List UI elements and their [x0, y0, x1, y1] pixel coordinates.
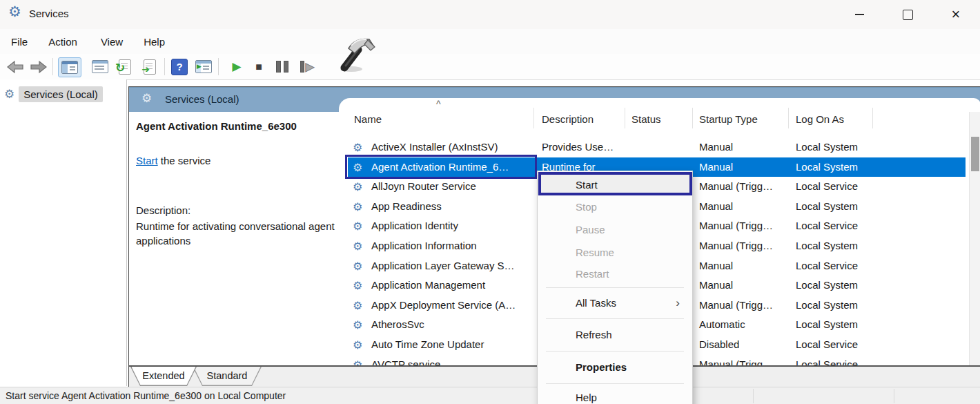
start-service-link[interactable]: Start [136, 155, 158, 166]
cell-name: Auto Time Zone Updater [371, 335, 484, 355]
cell-startup-type: Manual (Trigg… [699, 236, 773, 256]
tree-item-services-local[interactable]: ⚙ Services (Local) [4, 86, 103, 102]
menu-view[interactable]: View [99, 33, 124, 50]
toolbar-separator [164, 58, 165, 75]
start-service-line: Start the service [136, 155, 210, 166]
cell-name: AppX Deployment Service (A… [371, 296, 516, 316]
cell-startup-type: Manual [699, 137, 733, 157]
tab-standard[interactable]: Standard [193, 367, 262, 386]
forward-button[interactable] [29, 57, 48, 76]
cell-startup-type: Manual (Trigg… [699, 355, 773, 366]
scrollbar-thumb[interactable] [971, 137, 979, 171]
cell-log-on-as: Local Service [796, 335, 858, 355]
properties-toolbar-button[interactable] [90, 57, 110, 76]
description-label: Description: [136, 204, 190, 216]
column-header-description[interactable]: Description [542, 113, 594, 125]
menu-separator [546, 383, 684, 384]
title-bar: ⚙ Services × [0, 0, 980, 29]
cell-startup-type: Manual (Trigg… [699, 296, 773, 316]
cell-startup-type: Manual [699, 276, 733, 296]
forward-icon [30, 60, 48, 74]
cell-startup-type: Manual [699, 197, 733, 217]
toolbar: ↻ ➔ ? ▶ ▶ ■ ▶ [0, 54, 980, 80]
menu-file[interactable]: File [10, 33, 29, 50]
context-menu-item-restart: Restart [538, 264, 692, 285]
cell-log-on-as: Local System [796, 157, 858, 177]
column-separator[interactable] [533, 108, 534, 128]
column-separator[interactable] [788, 108, 789, 128]
cell-log-on-as: Local System [796, 197, 858, 217]
context-menu-item-resume: Resume [538, 241, 692, 264]
description-text: Runtime for activating conversational ag… [136, 219, 347, 249]
services-gear-icon: ⚙ [4, 88, 14, 100]
context-menu-item-start[interactable]: Start [538, 175, 692, 195]
toolbar-separator [218, 58, 219, 75]
vertical-scrollbar[interactable] [969, 112, 980, 366]
minimize-button[interactable] [843, 0, 875, 29]
show-console-tree-button[interactable] [58, 57, 81, 77]
show-action-pane-button[interactable]: ▶ [193, 57, 214, 76]
menu-help[interactable]: Help [142, 33, 166, 50]
service-gear-icon: ⚙ [353, 296, 362, 316]
restart-service-button[interactable]: ▶ [297, 57, 317, 76]
back-icon [6, 60, 24, 74]
context-menu-item-refresh[interactable]: Refresh [538, 322, 692, 348]
cell-startup-type: Manual [699, 256, 733, 276]
stop-service-button[interactable]: ■ [250, 57, 268, 76]
cell-log-on-as: Local Service [796, 256, 858, 276]
context-menu-item-help[interactable]: Help [538, 386, 692, 404]
back-button[interactable] [6, 57, 25, 76]
cell-description: Provides Use… [542, 137, 614, 157]
stop-service-icon: ■ [255, 61, 262, 73]
cell-name: AllJoyn Router Service [371, 177, 476, 197]
help-toolbar-button[interactable]: ? [170, 57, 189, 76]
status-bar-separator [753, 389, 754, 403]
table-row[interactable]: ⚙ActiveX Installer (AxInstSV)Provides Us… [348, 137, 966, 157]
service-gear-icon: ⚙ [353, 355, 362, 366]
start-service-button[interactable]: ▶ [228, 57, 246, 76]
pane-header-label: Services (Local) [165, 93, 239, 105]
action-pane-icon: ▶ [195, 60, 212, 73]
tree-item-label: Services (Local) [19, 86, 103, 102]
start-service-icon: ▶ [232, 61, 241, 73]
services-window: { "window": { "title": "Services", "stat… [0, 0, 980, 404]
pause-service-button[interactable] [273, 57, 291, 76]
column-header-name[interactable]: Name [354, 113, 382, 125]
refresh-toolbar-button[interactable]: ↻ [115, 57, 135, 76]
column-header-status[interactable]: Status [631, 113, 661, 125]
services-app-icon: ⚙ [8, 4, 21, 19]
service-gear-icon: ⚙ [353, 335, 362, 355]
cell-name: Agent Activation Runtime_6… [371, 157, 509, 177]
export-list-button[interactable]: ➔ [139, 57, 160, 76]
close-button[interactable]: × [940, 0, 972, 29]
service-gear-icon: ⚙ [353, 236, 362, 256]
pause-service-icon [276, 61, 288, 73]
tab-extended[interactable]: Extended [130, 367, 197, 386]
column-header-startup-type[interactable]: Startup Type [699, 113, 758, 125]
menu-action[interactable]: Action [47, 33, 79, 50]
column-separator[interactable] [625, 108, 625, 128]
cell-name: ActiveX Installer (AxInstSV) [371, 137, 498, 157]
console-tree-icon [61, 61, 78, 74]
menu-separator [546, 351, 684, 352]
column-separator[interactable] [692, 108, 693, 128]
maximize-icon [903, 10, 913, 20]
maximize-button[interactable] [892, 0, 923, 29]
cell-startup-type: Manual (Trigg… [699, 216, 773, 236]
cell-name: Application Information [371, 236, 477, 256]
services-gear-icon: ⚙ [141, 93, 152, 104]
service-gear-icon: ⚙ [353, 315, 362, 335]
context-menu-item-pause: Pause [538, 218, 692, 241]
menu-bar: File Action View Help [0, 29, 980, 55]
status-bar-separator [894, 389, 894, 403]
cell-log-on-as: Local Service [796, 177, 858, 197]
cell-name: App Readiness [371, 197, 442, 217]
toolbar-separator [52, 58, 53, 75]
context-menu-item-all-tasks[interactable]: All Tasks› [538, 291, 692, 316]
column-separator[interactable] [872, 108, 873, 128]
service-gear-icon: ⚙ [353, 137, 362, 157]
context-menu-item-properties[interactable]: Properties [538, 354, 692, 381]
minimize-icon [855, 14, 864, 15]
column-header-log-on-as[interactable]: Log On As [796, 113, 844, 125]
cell-log-on-as: Local System [796, 296, 858, 316]
